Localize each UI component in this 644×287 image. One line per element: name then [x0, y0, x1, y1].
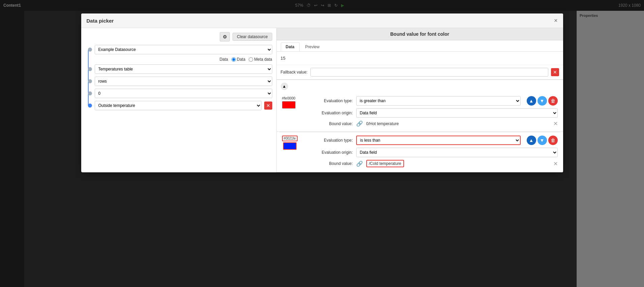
eval-fields-2: Evaluation type: is less than ▲ ▼ 🗑 — [309, 136, 558, 167]
clear-datasource-button[interactable]: Clear datasource — [233, 33, 272, 41]
color-swatch-1 — [282, 101, 296, 109]
node-dot-4 — [88, 91, 92, 95]
eval-origin-label-1: Evaluation origin: — [309, 111, 353, 115]
datasource-node-4: 0 — [95, 89, 272, 98]
bound-value-text-2: /Cold temperature — [366, 160, 404, 167]
node-dot-3 — [88, 79, 92, 83]
radio-group-label: Data — [219, 57, 228, 62]
datasource-select[interactable]: Example Datasource — [95, 45, 272, 54]
bound-value-label-1: Bound value: — [309, 121, 353, 126]
radio-meta-option[interactable]: Meta data — [249, 57, 272, 62]
index-select[interactable]: 0 — [95, 89, 272, 98]
eval-delete-button-1[interactable]: 🗑 — [548, 96, 558, 106]
field-delete-button[interactable]: ✕ — [264, 102, 272, 110]
eval-type-select-2[interactable]: is less than — [356, 136, 521, 145]
eval-block-2: #0021fe Evaluation type: is less than ▲ — [277, 132, 563, 172]
eval-origin-select-1[interactable]: Data field — [356, 108, 558, 118]
modal-title: Data picker — [87, 18, 114, 24]
eval-type-select-1[interactable]: is greater than — [356, 96, 521, 106]
node-dot-1 — [88, 48, 92, 52]
eval-down-button-1[interactable]: ▼ — [538, 96, 547, 106]
eval-collapse-button[interactable]: ▲ — [281, 83, 288, 90]
eval-type-label-1: Evaluation type: — [309, 98, 353, 103]
datasource-node-2: Temperatures table — [95, 64, 272, 74]
eval-origin-label-2: Evaluation origin: — [309, 150, 353, 155]
bound-clear-button-1[interactable]: ✕ — [553, 120, 558, 127]
bound-value-header: Bound value for font color — [277, 28, 563, 40]
bound-clear-button-2[interactable]: ✕ — [553, 161, 558, 167]
tabs-row: Data Preview — [277, 40, 563, 52]
data-preview-area: 15 — [277, 52, 563, 65]
bound-value-text-1: 0/Hot temperature — [366, 121, 399, 126]
color-swatch-2 — [283, 142, 297, 150]
modal-header: Data picker × — [81, 13, 563, 28]
datasource-pipeline: Example Datasource Data Data Meta data — [85, 45, 272, 110]
fallback-label: Fallback value: — [281, 70, 308, 75]
eval-actions-1: ▲ ▼ 🗑 — [527, 96, 558, 106]
data-meta-radio-group: Data Data Meta data — [95, 57, 272, 62]
datasource-node-3: rows — [95, 77, 272, 86]
radio-data-input[interactable] — [232, 57, 236, 62]
right-panel: Bound value for font color Data Preview … — [277, 28, 563, 172]
radio-data-option[interactable]: Data — [232, 57, 245, 62]
color-indicator-2: #0021fe — [282, 136, 298, 150]
node-dot-5-active — [88, 104, 92, 108]
eval-up-button-1[interactable]: ▲ — [527, 96, 536, 106]
bound-value-row-2: Bound value: 🔗 /Cold temperature ✕ — [309, 160, 558, 167]
fallback-input[interactable] — [310, 68, 548, 77]
modal-body: ⚙ Clear datasource Example Datasource — [81, 28, 563, 172]
data-picker-modal: Data picker × ⚙ Clear datasource — [81, 13, 563, 172]
pipeline-line — [88, 50, 89, 106]
datasource-node-1: Example Datasource — [95, 45, 272, 54]
color-hex-2: #0021fe — [282, 136, 298, 141]
bound-value-link-icon-1: 🔗 — [356, 120, 363, 127]
eval-type-label-2: Evaluation type: — [309, 138, 353, 143]
color-hex-1: #fe0000 — [282, 96, 296, 100]
bound-value-link-icon-2: 🔗 — [356, 161, 363, 167]
node-dot-2 — [88, 67, 92, 71]
data-value: 15 — [281, 56, 285, 61]
eval-block-1: #fe0000 Evaluation type: is greater than — [277, 93, 563, 132]
left-panel-top: ⚙ Clear datasource — [85, 32, 272, 41]
modal-close-button[interactable]: × — [554, 18, 558, 24]
fallback-clear-button[interactable]: ✕ — [551, 68, 559, 76]
table-select[interactable]: Temperatures table — [95, 64, 272, 74]
radio-meta-input[interactable] — [249, 57, 253, 62]
tab-preview[interactable]: Preview — [300, 42, 325, 51]
collapse-icon: ▲ — [282, 84, 286, 89]
eval-origin-row-1: Evaluation origin: Data field — [309, 108, 558, 118]
modal-overlay: Data picker × ⚙ Clear datasource — [0, 0, 644, 287]
eval-origin-select-2[interactable]: Data field — [356, 148, 558, 157]
color-indicator-1: #fe0000 — [282, 96, 296, 109]
eval-delete-button-2[interactable]: 🗑 — [548, 136, 558, 145]
datasource-node-5: Outside temperature ✕ — [95, 101, 272, 110]
eval-origin-row-2: Evaluation origin: Data field — [309, 148, 558, 157]
radio-data-label: Data — [237, 57, 245, 62]
field-select[interactable]: Outside temperature — [95, 101, 262, 110]
left-panel: ⚙ Clear datasource Example Datasource — [81, 28, 277, 172]
fallback-section: Fallback value: ✕ — [277, 65, 563, 79]
tab-data[interactable]: Data — [281, 42, 300, 51]
gear-icon: ⚙ — [223, 34, 227, 39]
eval-down-button-2[interactable]: ▼ — [538, 136, 547, 145]
rows-select[interactable]: rows — [95, 77, 272, 86]
eval-actions-2: ▲ ▼ 🗑 — [527, 136, 558, 145]
eval-type-row-2: Evaluation type: is less than ▲ ▼ 🗑 — [309, 136, 558, 145]
evaluation-section: ▲ #fe0000 Evaluation type: is g — [277, 79, 563, 172]
eval-type-row-1: Evaluation type: is greater than ▲ ▼ 🗑 — [309, 96, 558, 106]
radio-meta-label: Meta data — [254, 57, 272, 62]
bound-value-label-2: Bound value: — [309, 161, 353, 166]
eval-fields-1: Evaluation type: is greater than ▲ ▼ 🗑 — [309, 96, 558, 127]
eval-up-button-2[interactable]: ▲ — [527, 136, 536, 145]
bound-value-row-1: Bound value: 🔗 0/Hot temperature ✕ — [309, 120, 558, 127]
gear-button[interactable]: ⚙ — [220, 32, 230, 41]
